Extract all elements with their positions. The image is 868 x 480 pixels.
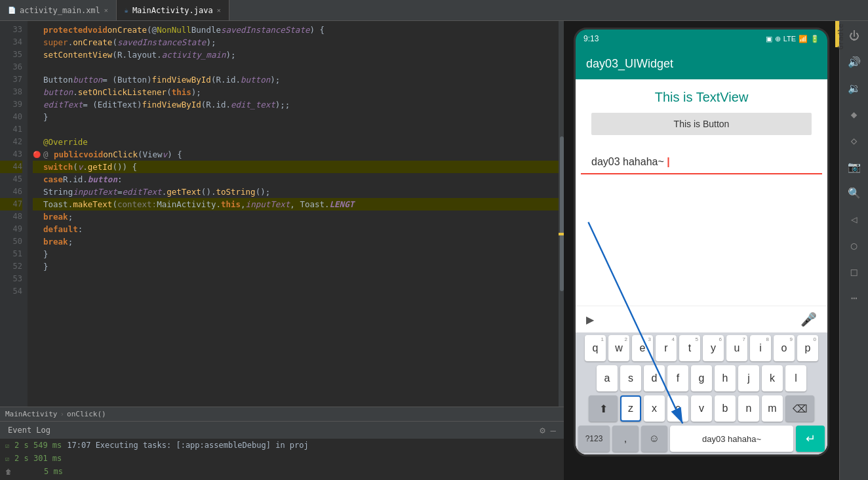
gradle-tab[interactable]: Gradle <box>835 21 839 47</box>
key-k[interactable]: k <box>762 365 783 391</box>
editor-scrollbar[interactable] <box>559 21 564 407</box>
java-icon: ☕ <box>125 7 128 14</box>
code-editor: 33343536 37383940 41424344 454647 484950… <box>0 21 564 480</box>
power-icon[interactable]: ⏻ <box>845 26 863 45</box>
app-content: This is TextView This is Button day03 ha… <box>576 79 827 454</box>
key-comma[interactable]: , <box>612 426 639 452</box>
key-c[interactable]: c <box>667 395 688 422</box>
button-widget[interactable]: This is Button <box>591 113 812 135</box>
key-d[interactable]: d <box>644 365 665 391</box>
keyboard[interactable]: 1q 2w 3e 4r 5t 6y 7u 8i 9o 0p a s <box>576 332 827 454</box>
code-line-54 <box>33 285 559 298</box>
volume-up-icon[interactable]: 🔊 <box>845 52 863 71</box>
breadcrumb: MainActivity › onClick() <box>0 407 564 421</box>
settings-icon[interactable]: ⚙ <box>540 425 545 435</box>
key-s[interactable]: s <box>620 365 641 391</box>
log-entry-2: ☑ 2 s 301 ms <box>0 452 564 465</box>
log-time-3: 5 ms <box>17 467 63 476</box>
recents-icon[interactable]: □ <box>845 262 863 281</box>
key-f[interactable]: f <box>667 365 688 391</box>
key-v[interactable]: v <box>691 395 712 422</box>
key-num-toggle[interactable]: ?123 <box>578 426 610 452</box>
status-signal-icon: ▣ <box>766 35 772 43</box>
code-line-35: setContentView(R.layout.activity_main); <box>33 49 559 61</box>
tab-java[interactable]: ☕ MainActivity.java ✕ <box>117 0 229 20</box>
suggestion-text: day03 hahaha~ <box>702 434 761 444</box>
key-emoji[interactable]: ☺ <box>641 426 667 452</box>
key-row-3: ⬆ z x c v b n m ⌫ <box>578 395 825 422</box>
tab-xml-close[interactable]: ✕ <box>104 7 108 14</box>
key-a[interactable]: a <box>597 365 618 391</box>
log-check-icon-2: ☑ <box>5 455 9 462</box>
code-line-41 <box>33 123 559 136</box>
edit-text-area[interactable]: day03 hahaha~ | <box>581 151 822 174</box>
phone: 9:13 ▣ ⊕ LTE 📶 🔋 day03_UIWidget This is … <box>574 28 829 456</box>
xml-icon: 📄 <box>8 7 16 14</box>
key-n[interactable]: n <box>738 395 759 422</box>
more-icon[interactable]: ⋯ <box>845 289 863 307</box>
breadcrumb-main[interactable]: MainActivity <box>5 410 57 418</box>
bottom-panel: Event Log ⚙ — ☑ 2 s 549 ms 17:07 Executi… <box>0 421 564 480</box>
camera-icon[interactable]: 📷 <box>845 157 863 176</box>
key-i[interactable]: 8i <box>750 335 771 361</box>
code-line-40: } <box>33 111 559 123</box>
code-line-52: } <box>33 260 559 273</box>
log-time-2: 2 s 301 ms <box>14 454 62 463</box>
event-log-title: Event Log <box>8 426 50 435</box>
right-sidebar: Gradle ⏻ 🔊 🔉 ◆ ◇ 📷 🔍 ◁ ○ □ ⋯ <box>839 21 868 480</box>
key-t[interactable]: 5t <box>679 335 700 361</box>
key-u[interactable]: 7u <box>726 335 747 361</box>
text-view-area: This is TextView This is Button <box>576 79 827 151</box>
button-label: This is Button <box>674 119 730 129</box>
bottom-panel-header: Event Log ⚙ — <box>0 422 564 439</box>
minimize-icon[interactable]: — <box>551 425 556 435</box>
key-z[interactable]: z <box>620 395 641 422</box>
key-row-bottom: ?123 , ☺ day03 hahaha~ ↵ <box>578 426 825 452</box>
key-j[interactable]: j <box>738 365 759 391</box>
breadcrumb-sep: › <box>60 410 64 418</box>
log-time-1: 2 s 549 ms <box>14 441 62 450</box>
code-line-45: case R.id.button: <box>33 173 559 186</box>
key-enter[interactable]: ↵ <box>796 426 825 452</box>
volume-down-icon[interactable]: 🔉 <box>845 79 863 97</box>
key-b[interactable]: b <box>715 395 736 422</box>
tab-java-label: MainActivity.java <box>132 6 213 15</box>
shape-solid-icon[interactable]: ◆ <box>845 105 863 123</box>
key-row-2: a s d f g h j k l <box>578 365 825 391</box>
key-e[interactable]: 3e <box>632 335 653 361</box>
gradle-label: Gradle <box>835 21 846 52</box>
key-m[interactable]: m <box>762 395 783 422</box>
shape-outline-icon[interactable]: ◇ <box>845 131 863 150</box>
status-right: ▣ ⊕ LTE 📶 🔋 <box>766 35 819 43</box>
key-l[interactable]: l <box>785 365 806 391</box>
phone-status-bar: 9:13 ▣ ⊕ LTE 📶 🔋 <box>576 30 827 48</box>
zoom-icon[interactable]: 🔍 <box>845 184 863 202</box>
key-w[interactable]: 2w <box>608 335 629 361</box>
code-line-43: 🔴 @ public void onClick(View v) { <box>33 148 559 161</box>
bottom-settings: ⚙ — <box>540 425 556 435</box>
key-o[interactable]: 9o <box>774 335 795 361</box>
app-bar: day03_UIWidget <box>576 48 827 79</box>
breadcrumb-method[interactable]: onClick() <box>67 410 106 418</box>
app-bar-title: day03_UIWidget <box>586 57 673 71</box>
home-icon[interactable]: ○ <box>845 236 863 254</box>
key-h[interactable]: h <box>715 365 736 391</box>
key-p[interactable]: 0p <box>797 335 818 361</box>
key-g[interactable]: g <box>691 365 712 391</box>
code-line-46: String inputText = editText.getText().to… <box>33 186 559 198</box>
status-signal-bars: 📶 <box>799 35 808 43</box>
keyboard-toggle[interactable]: ▶ 🎤 <box>576 306 827 332</box>
key-y[interactable]: 6y <box>703 335 724 361</box>
tab-xml[interactable]: 📄 activity_main.xml ✕ <box>0 0 117 20</box>
log-text-1: 17:07 Executing tasks: [:app:assembleDeb… <box>67 441 308 450</box>
log-check-icon-1: ☑ <box>5 442 9 449</box>
key-backspace[interactable]: ⌫ <box>785 395 814 422</box>
code-lines[interactable]: protected void onCreate(@NonNull Bundle … <box>28 21 559 407</box>
key-shift[interactable]: ⬆ <box>589 395 618 422</box>
key-space[interactable]: day03 hahaha~ <box>670 426 793 452</box>
key-x[interactable]: x <box>644 395 665 422</box>
key-r[interactable]: 4r <box>656 335 677 361</box>
tab-java-close[interactable]: ✕ <box>217 7 221 14</box>
back-icon[interactable]: ◁ <box>845 210 863 228</box>
key-q[interactable]: 1q <box>585 335 606 361</box>
